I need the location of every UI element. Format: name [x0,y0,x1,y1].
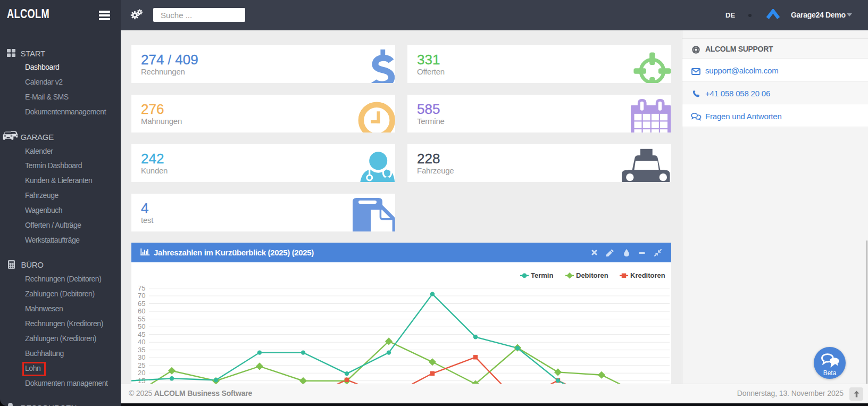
svg-text:55: 55 [138,315,145,323]
svg-text:20: 20 [138,369,145,377]
svg-text:Termin: Termin [531,271,553,279]
svg-text:Debitoren: Debitoren [576,271,608,279]
svg-text:65: 65 [138,300,145,308]
svg-text:45: 45 [138,330,145,338]
svg-text:25: 25 [138,361,145,369]
svg-text:50: 50 [138,322,145,330]
svg-text:35: 35 [138,346,145,354]
svg-text:75: 75 [138,284,145,292]
svg-text:70: 70 [138,292,145,300]
svg-text:40: 40 [138,338,145,346]
svg-text:Kreditoren: Kreditoren [630,271,665,279]
svg-text:60: 60 [138,307,145,315]
svg-text:30: 30 [138,353,145,361]
